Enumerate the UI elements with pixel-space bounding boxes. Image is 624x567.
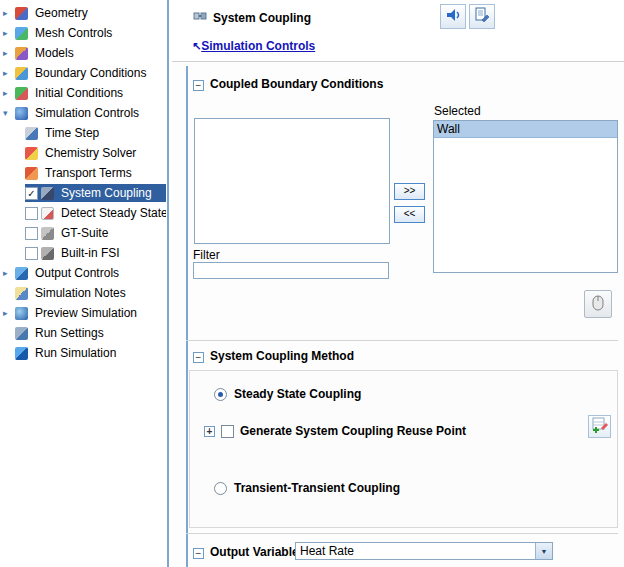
sidebar-item-label: Run Settings bbox=[32, 326, 107, 340]
output-variables-dropdown[interactable]: Heat Rate ▼ bbox=[295, 542, 553, 560]
sidebar-item-label: Detect Steady State bbox=[58, 206, 166, 220]
steady-state-label: Steady State Coupling bbox=[234, 387, 361, 401]
detect-steady-state-icon bbox=[41, 207, 54, 220]
panel-title: System Coupling bbox=[193, 9, 311, 26]
transport-terms-icon bbox=[25, 167, 38, 180]
collapse-section-button[interactable]: − bbox=[193, 352, 204, 363]
sidebar-item-initial-conditions[interactable]: ▸Initial Conditions bbox=[0, 83, 166, 103]
sidebar-item-simulation-controls[interactable]: ▾Simulation Controls bbox=[0, 103, 166, 123]
available-listbox[interactable] bbox=[194, 118, 390, 244]
system-coupling-panel: System Coupling bbox=[172, 0, 624, 567]
back-arrow-icon: ↖ bbox=[192, 40, 201, 52]
header-toolbar bbox=[440, 4, 495, 29]
preview-simulation-icon bbox=[15, 307, 28, 320]
expand-reuse-section-button[interactable]: + bbox=[204, 426, 215, 437]
run-simulation-icon bbox=[15, 347, 28, 360]
sidebar-item-label: Transport Terms bbox=[42, 166, 135, 180]
unchecked-checkbox-icon[interactable] bbox=[25, 227, 38, 240]
sidebar-item-system-coupling[interactable]: ✓System Coupling bbox=[0, 183, 166, 203]
reuse-point-label: Generate System Coupling Reuse Point bbox=[240, 424, 466, 438]
sidebar-item-detect-steady-state[interactable]: Detect Steady State bbox=[0, 203, 166, 223]
application-window: ▸Geometry▸Mesh Controls▸Models▸Boundary … bbox=[0, 0, 624, 567]
move-right-button[interactable]: >> bbox=[394, 183, 425, 200]
expand-branch-icon[interactable]: ▸ bbox=[3, 68, 15, 78]
sidebar-item-chemistry-solver[interactable]: Chemistry Solver bbox=[0, 143, 166, 163]
edit-note-icon bbox=[474, 7, 490, 26]
sidebar-item-label: Models bbox=[32, 46, 77, 60]
tree-row-content: Run Settings bbox=[15, 324, 166, 342]
filter-input[interactable] bbox=[193, 262, 389, 279]
speaker-icon bbox=[445, 7, 461, 26]
section-title-coupled-bc: Coupled Boundary Conditions bbox=[210, 77, 383, 91]
collapse-section-button[interactable]: − bbox=[193, 548, 204, 559]
sidebar-item-label: Output Controls bbox=[32, 266, 122, 280]
tree-row-content: Transport Terms bbox=[25, 164, 166, 182]
output-controls-icon bbox=[15, 267, 28, 280]
expand-branch-icon[interactable]: ▸ bbox=[3, 88, 15, 98]
tree-row-content: Preview Simulation bbox=[15, 304, 166, 322]
system-coupling-icon bbox=[193, 9, 207, 26]
selected-listbox[interactable]: Wall bbox=[433, 120, 618, 273]
expand-branch-icon[interactable]: ▸ bbox=[3, 308, 15, 318]
expand-branch-icon[interactable]: ▸ bbox=[3, 8, 15, 18]
transient-radio[interactable] bbox=[214, 482, 227, 495]
sidebar-item-label: Geometry bbox=[32, 6, 91, 20]
time-step-icon bbox=[25, 127, 38, 140]
steady-state-option: Steady State Coupling bbox=[214, 387, 361, 401]
edit-notes-button[interactable] bbox=[469, 4, 495, 29]
sidebar-item-built-in-fsi[interactable]: Built-in FSI bbox=[0, 243, 166, 263]
reuse-point-checkbox[interactable] bbox=[221, 425, 234, 438]
add-reuse-point-button[interactable] bbox=[588, 415, 611, 438]
tree-row-content: Geometry bbox=[15, 4, 166, 22]
geometry-icon bbox=[15, 7, 28, 20]
steady-state-radio[interactable] bbox=[214, 388, 227, 401]
sidebar-item-run-simulation[interactable]: Run Simulation bbox=[0, 343, 166, 363]
unchecked-checkbox-icon[interactable] bbox=[25, 247, 38, 260]
breadcrumb-back-link[interactable]: ↖Simulation Controls bbox=[192, 39, 315, 53]
collapse-branch-icon[interactable]: ▾ bbox=[3, 108, 15, 118]
expand-branch-icon[interactable]: ▸ bbox=[3, 28, 15, 38]
checked-checkbox-icon[interactable]: ✓ bbox=[25, 187, 38, 200]
sidebar-item-label: Built-in FSI bbox=[58, 246, 123, 260]
sidebar-item-preview-simulation[interactable]: ▸Preview Simulation bbox=[0, 303, 166, 323]
sidebar-item-label: Simulation Controls bbox=[32, 106, 142, 120]
method-group-box: Steady State Coupling + Generate System … bbox=[189, 370, 618, 528]
tree-row-content: Simulation Controls bbox=[15, 104, 166, 122]
dropdown-arrow-icon[interactable]: ▼ bbox=[535, 543, 552, 559]
mouse-select-button[interactable] bbox=[584, 290, 612, 318]
sidebar-item-time-step[interactable]: Time Step bbox=[0, 123, 166, 143]
reuse-point-row: + Generate System Coupling Reuse Point bbox=[204, 424, 466, 438]
expand-branch-icon[interactable]: ▸ bbox=[3, 48, 15, 58]
move-left-button[interactable]: << bbox=[394, 206, 425, 223]
sidebar-item-mesh-controls[interactable]: ▸Mesh Controls bbox=[0, 23, 166, 43]
sidebar-item-geometry[interactable]: ▸Geometry bbox=[0, 3, 166, 23]
dropdown-selected-value: Heat Rate bbox=[296, 543, 535, 559]
unchecked-checkbox-icon[interactable] bbox=[25, 207, 38, 220]
sidebar-item-simulation-notes[interactable]: Simulation Notes bbox=[0, 283, 166, 303]
expand-branch-icon[interactable]: ▸ bbox=[3, 268, 15, 278]
sidebar-item-gt-suite[interactable]: GT-Suite bbox=[0, 223, 166, 243]
sidebar-item-label: Chemistry Solver bbox=[42, 146, 139, 160]
tree-row-content: Boundary Conditions bbox=[15, 64, 166, 82]
sidebar-item-boundary-conditions[interactable]: ▸Boundary Conditions bbox=[0, 63, 166, 83]
chemistry-solver-icon bbox=[25, 147, 38, 160]
panel-splitter[interactable] bbox=[167, 0, 169, 567]
sidebar-item-models[interactable]: ▸Models bbox=[0, 43, 166, 63]
page-title: System Coupling bbox=[213, 11, 311, 25]
mouse-icon bbox=[588, 293, 608, 316]
tree-row-content: Time Step bbox=[25, 124, 166, 142]
transient-label: Transient-Transient Coupling bbox=[234, 481, 400, 495]
sidebar-item-output-controls[interactable]: ▸Output Controls bbox=[0, 263, 166, 283]
sidebar-item-transport-terms[interactable]: Transport Terms bbox=[0, 163, 166, 183]
sidebar-item-label: Preview Simulation bbox=[32, 306, 140, 320]
collapse-section-button[interactable]: − bbox=[193, 80, 204, 91]
sidebar-item-label: Mesh Controls bbox=[32, 26, 115, 40]
speaker-button[interactable] bbox=[440, 4, 466, 29]
selected-list-label: Selected bbox=[434, 104, 481, 118]
list-item[interactable]: Wall bbox=[434, 121, 617, 138]
section-separator bbox=[186, 533, 618, 534]
back-link-label: Simulation Controls bbox=[201, 39, 315, 53]
sidebar-item-run-settings[interactable]: Run Settings bbox=[0, 323, 166, 343]
tree-row-content: Mesh Controls bbox=[15, 24, 166, 42]
panel-header: System Coupling bbox=[172, 0, 624, 62]
